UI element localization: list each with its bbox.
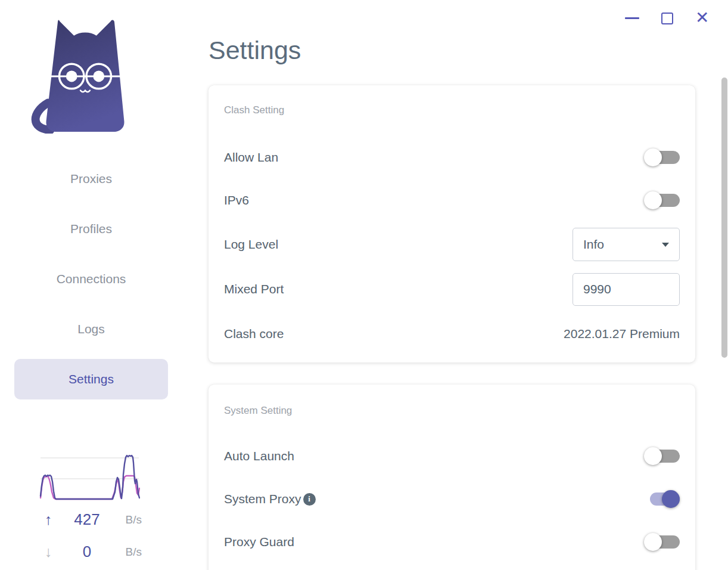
ipv6-toggle[interactable] [644,191,680,209]
row-proxy-guard: Proxy Guard [224,531,680,553]
clash-core-version: 2022.01.27 Premium [564,327,680,341]
sidebar-item-profiles[interactable]: Profiles [0,222,182,236]
allow-lan-toggle[interactable] [644,148,680,166]
sidebar-item-connections[interactable]: Connections [0,272,182,286]
auto-launch-label: Auto Launch [224,449,294,463]
proxy-guard-label: Proxy Guard [224,535,294,549]
log-level-label: Log Level [224,237,278,252]
clash-cat-logo [29,16,142,134]
system-proxy-label-text: System Proxy [224,492,301,506]
toggle-thumb [644,148,662,166]
page-title: Settings [209,36,301,65]
download-arrow-icon: ↓ [37,543,60,560]
info-icon[interactable]: i [303,493,316,506]
section-header-system: System Setting [224,405,292,417]
toggle-thumb [644,191,662,209]
clash-core-label: Clash core [224,327,284,341]
system-proxy-toggle[interactable] [644,490,680,508]
toggle-thumb [662,490,680,508]
upload-speed-value: 427 [60,510,114,529]
row-clash-core: Clash core 2022.01.27 Premium [224,323,680,345]
download-speed-value: 0 [60,543,114,561]
sidebar-item-logs[interactable]: Logs [0,322,182,336]
sidebar-item-settings[interactable]: Settings [14,359,168,399]
sidebar: Proxies Profiles Connections Logs Settin… [0,0,182,570]
left-eye [66,71,77,82]
row-log-level: Log Level Info [224,228,680,261]
download-speed-row: ↓ 0 B/s [37,543,142,561]
minimize-icon[interactable] [625,17,639,19]
scrollbar-thumb[interactable] [721,78,727,358]
right-eye [93,71,104,82]
row-mixed-port: Mixed Port [224,272,680,306]
close-icon[interactable]: ✕ [695,8,709,28]
row-ipv6: IPv6 [224,190,680,211]
log-level-selected-value: Info [583,237,604,252]
clash-setting-card: Clash Setting Allow Lan IPv6 Log Level I… [209,85,695,363]
mixed-port-label: Mixed Port [224,282,284,296]
upload-speed-row: ↑ 427 B/s [37,510,142,529]
system-setting-card: System Setting Auto Launch System Proxy … [209,385,695,570]
log-level-select[interactable]: Info [573,228,680,261]
proxy-guard-toggle[interactable] [644,533,680,551]
toggle-thumb [644,447,662,465]
traffic-sparkline [38,450,140,501]
auto-launch-toggle[interactable] [644,447,680,465]
chevron-down-icon [662,243,669,247]
section-header-clash: Clash Setting [224,104,284,116]
sidebar-item-proxies[interactable]: Proxies [0,172,182,186]
ipv6-label: IPv6 [224,193,249,207]
upload-arrow-icon: ↑ [37,511,60,528]
toggle-thumb [644,533,662,551]
row-system-proxy: System Proxy i [224,488,680,510]
row-allow-lan: Allow Lan [224,147,680,168]
maximize-icon[interactable] [661,13,673,24]
download-speed-unit: B/s [114,546,142,559]
system-proxy-label: System Proxy i [224,492,316,506]
row-auto-launch: Auto Launch [224,445,680,467]
mixed-port-input[interactable] [573,273,680,306]
upload-speed-unit: B/s [114,513,142,526]
allow-lan-label: Allow Lan [224,150,278,165]
